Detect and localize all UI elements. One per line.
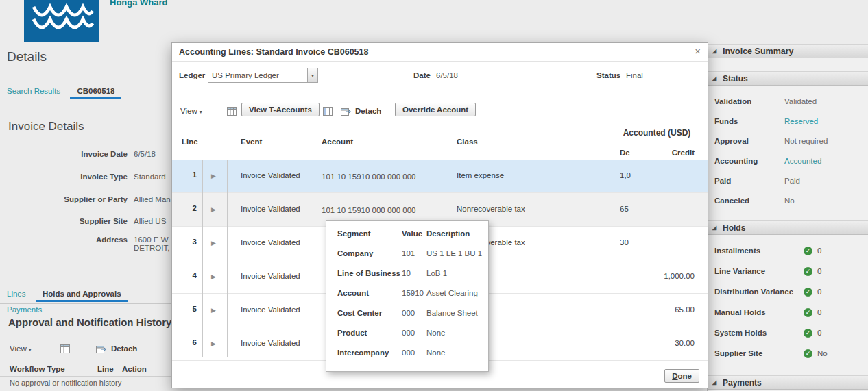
table-columns-icon[interactable] (60, 344, 70, 356)
tab-lines[interactable]: Lines (0, 286, 33, 300)
popup-header-segment: Segment (337, 229, 371, 238)
holds-row-installments: Installments ✓ 0 (708, 247, 868, 260)
dialog-title: Accounting Lines: Standard Invoice CB060… (179, 47, 368, 57)
date-value: 6/5/18 (436, 71, 458, 79)
field-invoice-date: Invoice Date 6/5/18 (0, 150, 156, 158)
field-label: Supplier or Party (0, 195, 128, 203)
status-row-validation: Validation Validated (708, 97, 868, 111)
tab-payments[interactable]: Payments (0, 302, 49, 316)
ledger-label: Ledger (179, 71, 205, 79)
table-columns-icon[interactable] (227, 106, 237, 118)
company-logo (24, 0, 99, 42)
field-label: Invoice Type (0, 173, 128, 181)
field-supplier-site: Supplier Site Allied US (0, 217, 166, 225)
done-button[interactable]: Done (664, 369, 699, 383)
tab-invoice-cb060518[interactable]: CB060518 (70, 84, 121, 99)
dialog-detach-button[interactable]: Detach (355, 107, 381, 115)
status-row-approval: Approval Not required (708, 137, 868, 151)
tab-search-results[interactable]: Search Results (0, 84, 67, 97)
tab-holds-and-approvals[interactable]: Holds and Approvals (36, 286, 128, 302)
column-header-event: Event (241, 138, 262, 146)
check-circle-icon: ✓ (804, 288, 812, 297)
field-label: Supplier Site (0, 217, 128, 225)
disclosure-icon: ◢ (712, 380, 716, 386)
accounting-table-header: Accounted (USD) Line Event Account Class… (172, 123, 708, 160)
account-segments-popup: Segment Value Description Company 101 US… (326, 220, 489, 372)
status-value: Final (626, 71, 643, 79)
holds-row-distribution-variance: Distribution Variance ✓ 0 (708, 288, 868, 301)
divider (0, 376, 171, 377)
page-title: Details (7, 49, 47, 64)
field-address: Address 1600 E W DETROIT, (0, 236, 169, 252)
brand-name: Honga Whard (110, 0, 168, 8)
table-row[interactable]: 1 ▶ Invoice Validated 101 10 15910 000 0… (172, 160, 708, 193)
detach-icon[interactable] (96, 344, 107, 356)
status-section-header[interactable]: ◢ Status (708, 71, 868, 86)
invoice-summary-panel: ◢ Invoice Summary ◢ Status Validation Va… (707, 44, 868, 391)
chevron-down-icon: ▾ (200, 109, 202, 115)
status-row-canceled: Canceled No (708, 197, 868, 210)
accounted-usd-header: Accounted (USD) (619, 128, 695, 138)
holds-row-manual-holds: Manual Holds ✓ 0 (708, 308, 868, 322)
date-label: Date (413, 71, 431, 79)
field-value: Allied Man (134, 195, 171, 203)
column-header-credit: Credit (672, 149, 695, 157)
approval-empty-message: No approval or notification history (10, 379, 121, 387)
view-t-accounts-button[interactable]: View T-Accounts (241, 103, 320, 116)
row-expand-icon[interactable]: ▶ (211, 273, 216, 280)
holds-row-system-holds: System Holds ✓ 0 (708, 329, 868, 342)
check-circle-icon: ✓ (804, 308, 812, 317)
disclosure-icon: ◢ (712, 225, 716, 231)
check-circle-icon: ✓ (804, 329, 812, 338)
row-expand-icon[interactable]: ▶ (211, 173, 216, 179)
column-header-debit: De (620, 149, 630, 157)
detach-icon[interactable] (341, 106, 352, 118)
popup-header-value: Value (402, 229, 422, 238)
column-divider (202, 160, 203, 357)
status-row-paid: Paid Paid (708, 177, 868, 190)
column-header-action: Action (122, 365, 147, 373)
status-row-funds: Funds Reserved (708, 117, 868, 131)
freeze-icon[interactable] (323, 106, 333, 118)
row-expand-icon[interactable]: ▶ (211, 206, 216, 213)
column-header-account: Account (322, 138, 353, 146)
override-account-button[interactable]: Override Account (395, 103, 476, 116)
invoice-details-title: Invoice Details (8, 120, 84, 134)
holds-row-line-variance: Line Variance ✓ 0 (708, 267, 868, 281)
field-value: Standard (134, 173, 166, 181)
field-value: Allied US (134, 217, 166, 225)
results-tab-bar: Search Results CB060518 (0, 84, 171, 101)
ledger-select[interactable] (208, 68, 308, 83)
approval-history-title: Approval and Notification History (8, 316, 171, 328)
disclosure-icon: ◢ (712, 76, 716, 81)
approval-detach-button[interactable]: Detach (111, 344, 137, 353)
application-window: Honga Whard Details Search Results CB060… (0, 0, 868, 391)
payments-section-header[interactable]: ◢ Payments (708, 375, 868, 390)
column-divider (227, 160, 228, 357)
column-header-class: Class (457, 138, 478, 146)
check-circle-icon: ✓ (804, 349, 812, 358)
field-supplier-or-party: Supplier or Party Allied Man (0, 195, 171, 203)
chevron-down-icon: ▾ (29, 346, 32, 353)
column-header-line: Line (97, 365, 114, 373)
ledger-dropdown-button[interactable]: ▾ (307, 68, 318, 83)
detail-tab-bar: Lines Holds and Approvals Payments (0, 286, 178, 304)
row-expand-icon[interactable]: ▶ (211, 307, 216, 314)
field-label: Invoice Date (0, 150, 128, 158)
close-icon[interactable]: × (695, 45, 701, 57)
invoice-summary-header[interactable]: ◢ Invoice Summary (708, 44, 868, 58)
row-expand-icon[interactable]: ▶ (211, 340, 216, 347)
check-circle-icon: ✓ (804, 247, 812, 255)
row-expand-icon[interactable]: ▶ (211, 240, 216, 247)
holds-section-header[interactable]: ◢ Holds (708, 220, 868, 235)
column-header-line: Line (182, 138, 198, 146)
approval-view-menu[interactable]: View▾ (10, 344, 32, 353)
check-circle-icon: ✓ (804, 267, 812, 276)
field-value: 6/5/18 (134, 150, 156, 158)
status-row-accounting: Accounting Accounted (708, 157, 868, 171)
field-invoice-type: Invoice Type Standard (0, 173, 166, 181)
dialog-view-menu[interactable]: View▾ (180, 107, 202, 115)
holds-row-supplier-site: Supplier Site ✓ No (708, 349, 868, 363)
column-header-workflow-type: Workflow Type (10, 365, 65, 373)
dialog-title-bar: Accounting Lines: Standard Invoice CB060… (172, 43, 708, 62)
